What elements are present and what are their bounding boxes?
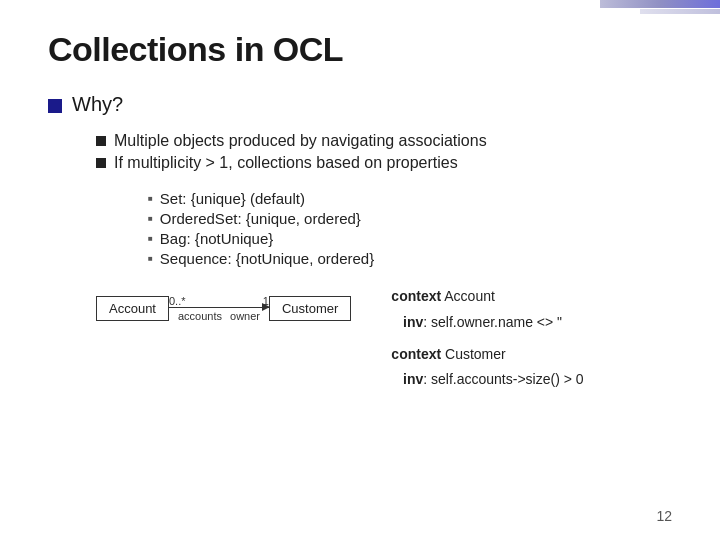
code-inv-rest-2: : self.accounts->size() > 0 <box>423 371 583 387</box>
bullet-square-icon <box>96 136 106 146</box>
code-keyword-inv-2: inv <box>403 371 423 387</box>
code-rest-2: Customer <box>441 346 506 362</box>
uml-multiplicity: 0..* 1 <box>169 295 269 307</box>
uml-boxes: Account 0..* 1 accounts owner Customer <box>96 295 351 322</box>
sub-bullet-4: Sequence: {notUnique, ordered} <box>148 250 672 267</box>
page-number: 12 <box>656 508 672 524</box>
blue-square-icon <box>48 99 62 113</box>
sub-bullet-1: Set: {unique} (default) <box>148 190 672 207</box>
main-bullets: Multiple objects produced by navigating … <box>96 132 672 172</box>
slide-content: Collections in OCL Why? Multiple objects… <box>0 0 720 414</box>
code-rest-1: Account <box>441 288 495 304</box>
sub-bullets: Set: {unique} (default) OrderedSet: {uni… <box>148 190 672 267</box>
code-line-3: context Customer <box>391 343 583 367</box>
bullet-square-icon-2 <box>96 158 106 168</box>
slide-title: Collections in OCL <box>48 30 672 69</box>
code-keyword-context-2: context <box>391 346 441 362</box>
why-section: Why? <box>48 93 672 116</box>
sub-bullet-2: OrderedSet: {unique, ordered} <box>148 210 672 227</box>
code-line-2: inv: self.owner.name <> " <box>391 311 583 335</box>
uml-diagram: Account 0..* 1 accounts owner Customer <box>96 295 351 322</box>
code-line-4: inv: self.accounts->size() > 0 <box>391 368 583 392</box>
uml-connector: 0..* 1 accounts owner <box>169 295 269 322</box>
main-bullet-2: If multiplicity > 1, collections based o… <box>96 154 672 172</box>
diagram-and-code: Account 0..* 1 accounts owner Customer <box>96 285 672 394</box>
code-line-1: context Account <box>391 285 583 309</box>
main-bullet-1: Multiple objects produced by navigating … <box>96 132 672 150</box>
why-label: Why? <box>72 93 123 116</box>
uml-arrow-line <box>169 307 269 308</box>
uml-box-customer: Customer <box>269 296 351 321</box>
code-inv-rest-1: : self.owner.name <> " <box>423 314 562 330</box>
code-section: context Account inv: self.owner.name <> … <box>391 285 583 394</box>
code-keyword-inv-1: inv <box>403 314 423 330</box>
code-keyword-context-1: context <box>391 288 441 304</box>
sub-bullet-3: Bag: {notUnique} <box>148 230 672 247</box>
uml-box-account: Account <box>96 296 169 321</box>
uml-labels: accounts owner <box>169 310 269 322</box>
